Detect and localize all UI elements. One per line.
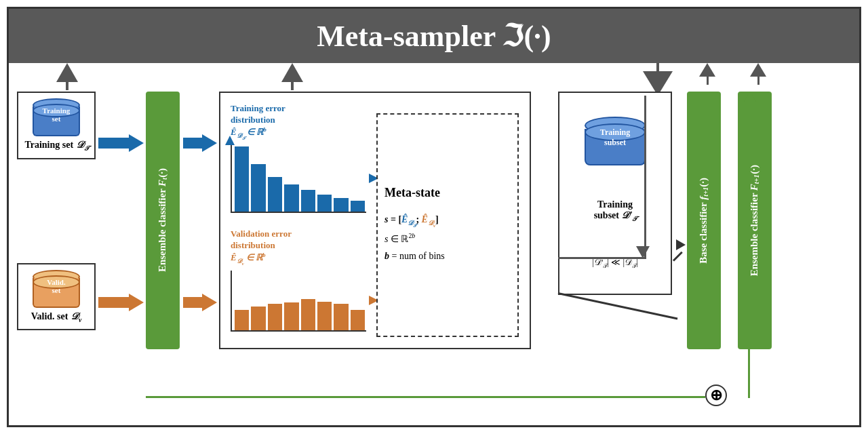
base-classifier-label: Base classifier ft+1(·) <box>697 178 711 264</box>
arrow-shaft3 <box>656 63 659 71</box>
cylinder-text: Trainingset <box>33 106 80 123</box>
arrow-into-subset <box>636 246 650 258</box>
bar-b2 <box>251 164 265 212</box>
chart-up-arrow-blue <box>225 136 235 145</box>
down-arrow-right <box>643 63 673 96</box>
bar-o7 <box>334 304 348 330</box>
blue-chart <box>231 145 366 213</box>
subset-label: Trainingsubset 𝒟'𝒯 <box>594 199 637 223</box>
arrow-shaft-orange <box>98 297 129 308</box>
arrow-up-icon2 <box>281 63 303 82</box>
cylinder-text-v: Valid.set <box>33 278 80 294</box>
up-arrow-mid <box>281 63 303 90</box>
ensemble-classifier-left: Ensemble classifier Ft(·) <box>146 92 180 349</box>
arrow-ensemble-hist2 <box>183 294 217 311</box>
blue-histogram-section: Training errordistribution Ê𝒟𝒯 ∈ ℝb <box>231 103 366 213</box>
base-classifier: Base classifier ft+1(·) <box>687 92 721 349</box>
bar-o3 <box>268 304 282 330</box>
bar-b1 <box>235 146 249 212</box>
header-title: Meta-sampler ℑ(·) <box>317 20 551 53</box>
diag-arrow <box>673 252 683 262</box>
arrow-up-ens-shaft <box>757 77 760 85</box>
arrow-shaft2 <box>291 82 294 90</box>
arrow-up-base-shaft <box>707 77 709 85</box>
validation-set-label: Valid. set 𝒟v <box>31 311 82 323</box>
arrow-subset-base <box>673 260 686 262</box>
training-subset-box: Trainingsubset Trainingsubset 𝒟'𝒯 |𝒟'𝒯| … <box>558 92 672 295</box>
up-arrow-ensemble-r <box>750 63 766 85</box>
ensemble-classifier-left-label: Ensemble classifier Ft(·) <box>156 168 170 272</box>
ensemble-classifier-right-label: Ensemble classifier Ft+1(·) <box>748 165 762 276</box>
main-container: Meta-sampler ℑ(·) Training <box>7 7 861 427</box>
training-error-label: Training errordistribution Ê𝒟𝒯 ∈ ℝb <box>231 103 366 141</box>
arrow-head-orange2 <box>202 294 217 311</box>
arrow-head-blue <box>129 134 144 152</box>
training-set-label: Training set 𝒟𝒯 <box>24 140 87 153</box>
bar-b5 <box>301 190 315 212</box>
green-arrow-up <box>743 92 757 102</box>
bar-o5 <box>301 299 315 330</box>
orange-chart <box>231 271 366 332</box>
green-right-line <box>748 167 750 398</box>
arrow-validation-ensemble <box>98 294 144 311</box>
green-bottom-line <box>146 396 705 398</box>
validation-cylinder: Valid.set <box>33 270 80 308</box>
arrow-shaft <box>66 82 68 90</box>
validation-error-label: Validation errordistribution Ê𝒟v ∈ ℝb <box>231 229 366 267</box>
meta-state-box: Meta-state s = [Ê𝒟𝒯; Ê𝒟v] s ∈ ℝ2b b = nu… <box>376 113 519 337</box>
orange-histogram-section: Validation errordistribution Ê𝒟v ∈ ℝb <box>231 229 366 332</box>
arrow-ensemble-hist <box>183 134 217 152</box>
arrow-shaft-orange2 <box>183 297 202 308</box>
arrow-head-blue2 <box>202 134 217 152</box>
bar-o2 <box>251 307 265 330</box>
arrow-training-ensemble <box>98 134 144 152</box>
bar-b4 <box>284 184 298 211</box>
training-set-box: Trainingset Training set 𝒟𝒯 <box>17 92 96 159</box>
circle-plus: ⊕ <box>705 384 727 406</box>
bar-b6 <box>317 195 332 212</box>
arrow-up-ens-icon <box>750 63 766 77</box>
bar-b3 <box>268 177 282 212</box>
subset-cyl-text: Trainingsubset <box>585 127 646 148</box>
subset-lower-arrow-line <box>558 292 678 319</box>
histogram-meta-container: Training errordistribution Ê𝒟𝒯 ∈ ℝb <box>219 92 531 349</box>
bar-o1 <box>235 310 249 330</box>
meta-state-content: s = [Ê𝒟𝒯; Ê𝒟v] s ∈ ℝ2b b = num of bins <box>384 211 511 264</box>
bar-o6 <box>317 302 332 330</box>
subset-size: |𝒟'𝒯| ≪ |𝒟𝒯| <box>592 257 637 270</box>
arrow-up-base-icon <box>699 63 715 77</box>
arrow-head-orange <box>129 294 144 311</box>
up-arrow-base <box>699 63 715 85</box>
validation-set-box: Valid.set Valid. set 𝒟v <box>17 263 96 330</box>
arrow-shaft-blue <box>98 138 129 149</box>
bar-b7 <box>334 198 348 212</box>
meta-state-title: Meta-state <box>384 186 511 200</box>
diagram-area: Trainingset Training set 𝒟𝒯 Valid.set Va… <box>9 63 859 425</box>
arrow-up-icon <box>56 63 78 82</box>
down-arrow-shaft <box>644 96 646 258</box>
bar-b8 <box>351 201 365 211</box>
training-cylinder: Trainingset <box>33 98 80 136</box>
header: Meta-sampler ℑ(·) <box>9 9 859 63</box>
bar-o4 <box>284 302 298 330</box>
up-arrow-left <box>56 63 78 90</box>
arrow-to-base <box>676 239 686 250</box>
ensemble-classifier-right: Ensemble classifier Ft+1(·) <box>738 92 772 349</box>
horiz-from-down <box>558 257 646 259</box>
arrow-shaft-blue2 <box>183 138 202 149</box>
bar-o8 <box>351 310 365 330</box>
subset-cylinder: Trainingsubset <box>585 117 646 165</box>
